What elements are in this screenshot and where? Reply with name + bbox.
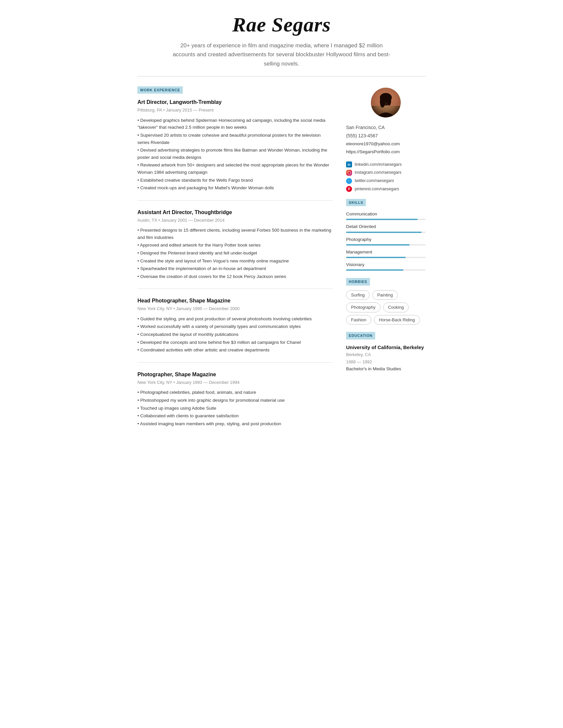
job-bullet: • Collaborated with clients to guarantee… xyxy=(137,412,333,420)
main-column: WORK EXPERIENCE Art Director, Langworth-… xyxy=(137,86,333,444)
job-bullet: • Created mock-ups and packaging for Mat… xyxy=(137,184,333,192)
job-meta: Pittsburg, PA • January 2015 — Present xyxy=(137,107,333,114)
skill-item: Communication xyxy=(346,211,426,220)
side-column: San Francisco, CA (555) 123-4567 eleonor… xyxy=(346,86,426,444)
skill-bar-background xyxy=(346,257,426,258)
job-title: Head Photographer, Shape Magazine xyxy=(137,297,333,305)
skill-item: Detail Oriented xyxy=(346,223,426,233)
hobbies-list: SurfingPaintingPhotographyCookingFashion… xyxy=(346,290,426,325)
skill-bar-background xyxy=(346,244,426,246)
job-bullet: • Touched up images using Adobe Suite xyxy=(137,405,333,412)
job-bullet: • Presented designs to 15 different clie… xyxy=(137,227,333,241)
svg-point-6 xyxy=(380,96,385,108)
job-bullet: • Reviewed artwork from 50+ designers an… xyxy=(137,161,333,176)
job-bullet: • Photographed celebrities, plated food,… xyxy=(137,389,333,396)
job-title: Assistant Art Director, Thoughtbridge xyxy=(137,208,333,216)
job-bullet: • Developed graphics behind Spiderman Ho… xyxy=(137,117,333,131)
work-experience-label: WORK EXPERIENCE xyxy=(137,86,183,94)
job-bullet: • Guided the styling, pre and post produ… xyxy=(137,315,333,323)
skill-name: Detail Oriented xyxy=(346,223,426,230)
instagram-icon: ◯ xyxy=(346,170,352,176)
social-item-pinterest: Ppinterest.com/raesegars xyxy=(346,186,426,192)
job-bullet: • Developed the concepts and tone behind… xyxy=(137,339,333,346)
linkedin-icon: in xyxy=(346,161,352,167)
job-bullet: • Approved and edited artwork for the Ha… xyxy=(137,242,333,249)
education-section: EDUCATION University of California, Berk… xyxy=(346,332,426,372)
job-meta: New York City, NY • January 1995 — Decem… xyxy=(137,305,333,312)
skill-bar-fill xyxy=(346,219,418,220)
jobs-list: Art Director, Langworth-TremblayPittsbur… xyxy=(137,98,333,436)
resume-header: Rae Segars 20+ years of experience in fi… xyxy=(137,13,426,76)
job-bullet: • Photoshopped my work into graphic desi… xyxy=(137,397,333,404)
skill-bar-background xyxy=(346,219,426,220)
job-bullet: • Supervised 20 artists to create cohesi… xyxy=(137,132,333,146)
hobby-tag: Photography xyxy=(346,302,381,312)
skills-section: SKILLS CommunicationDetail OrientedPhoto… xyxy=(346,199,426,271)
job-bullet: • Devised advertising strategies to prom… xyxy=(137,147,333,161)
education-list: University of California, BerkeleyBerkel… xyxy=(346,344,426,373)
contact-city: San Francisco, CA xyxy=(346,123,426,132)
contact-phone: (555) 123-4567 xyxy=(346,132,426,140)
job-bullets: • Photographed celebrities, plated food,… xyxy=(137,389,333,427)
job-item: Photographer, Shape MagazineNew York Cit… xyxy=(137,371,333,436)
job-bullet: • Designed the Pinterest brand identity … xyxy=(137,250,333,257)
pinterest-icon: P xyxy=(346,186,352,192)
instagram-label: instagram.com/raesegars xyxy=(355,169,401,176)
hobbies-label: HOBBIES xyxy=(346,278,370,286)
contact-website: https://SegarsPortfolio.com xyxy=(346,148,426,156)
hobby-tag: Cooking xyxy=(383,302,409,312)
job-bullet: • Assisted imaging team members with pre… xyxy=(137,420,333,428)
social-links: inlinkedin.com/in/raesegars◯instagram.co… xyxy=(346,161,426,192)
edu-degree: Bachelor's in Media Studies xyxy=(346,366,426,372)
job-title: Photographer, Shape Magazine xyxy=(137,371,333,379)
resume-page: Rae Segars 20+ years of experience in fi… xyxy=(124,0,439,464)
skill-item: Photography xyxy=(346,236,426,246)
hobby-tag: Surfing xyxy=(346,290,370,300)
social-item-instagram: ◯instagram.com/raesegars xyxy=(346,169,426,176)
header-name: Rae Segars xyxy=(137,13,426,36)
edu-location: Berkeley, CA xyxy=(346,351,426,358)
job-meta: Austin, TX • January 2001 — December 201… xyxy=(137,217,333,224)
education-item: University of California, BerkeleyBerkel… xyxy=(346,344,426,373)
skill-name: Photography xyxy=(346,236,426,243)
header-tagline: 20+ years of experience in film and maga… xyxy=(169,41,394,68)
job-title: Art Director, Langworth-Tremblay xyxy=(137,98,333,106)
hobby-tag: Painting xyxy=(372,290,398,300)
skills-label: SKILLS xyxy=(346,199,366,206)
job-bullet: • Coordinated activities with other arti… xyxy=(137,346,333,354)
hobby-tag: Horse-Back Riding xyxy=(374,315,420,325)
skill-bar-fill xyxy=(346,257,406,258)
avatar-container xyxy=(346,86,426,117)
twitter-icon: 🐦 xyxy=(346,178,352,184)
social-item-linkedin: inlinkedin.com/in/raesegars xyxy=(346,161,426,168)
social-item-twitter: 🐦twitter.com/raesegars xyxy=(346,178,426,184)
skill-item: Visionary xyxy=(346,261,426,271)
job-bullets: • Developed graphics behind Spiderman Ho… xyxy=(137,117,333,192)
job-bullets: • Presented designs to 15 different clie… xyxy=(137,227,333,280)
twitter-label: twitter.com/raesegars xyxy=(355,178,394,184)
contact-info: San Francisco, CA (555) 123-4567 eleonor… xyxy=(346,123,426,156)
skill-name: Communication xyxy=(346,211,426,217)
skill-item: Management xyxy=(346,249,426,258)
skill-bar-background xyxy=(346,269,426,271)
skill-name: Visionary xyxy=(346,261,426,268)
hobbies-section: HOBBIES SurfingPaintingPhotographyCookin… xyxy=(346,278,426,325)
job-item: Art Director, Langworth-TremblayPittsbur… xyxy=(137,98,333,200)
svg-point-7 xyxy=(387,96,391,106)
avatar xyxy=(371,88,401,117)
job-bullet: • Conceptualized the layout of monthly p… xyxy=(137,331,333,338)
education-label: EDUCATION xyxy=(346,332,375,340)
edu-school: University of California, Berkeley xyxy=(346,344,426,351)
job-bullet: • Created the style and layout of Teen V… xyxy=(137,257,333,265)
job-bullet: • Oversaw the creation of dust covers fo… xyxy=(137,273,333,280)
job-bullets: • Guided the styling, pre and post produ… xyxy=(137,315,333,354)
job-item: Head Photographer, Shape MagazineNew Yor… xyxy=(137,297,333,362)
job-meta: New York City, NY • January 1993 — Decem… xyxy=(137,379,333,386)
pinterest-label: pinterest.com/raesegars xyxy=(355,186,399,192)
contact-email: eleonore1970@yahoo.com xyxy=(346,140,426,148)
job-bullet: • Spearheaded the implementation of an i… xyxy=(137,265,333,272)
linkedin-label: linkedin.com/in/raesegars xyxy=(355,161,402,168)
hobby-tag: Fashion xyxy=(346,315,371,325)
skill-bar-fill xyxy=(346,269,403,271)
job-bullet: • Worked successfully with a variety of … xyxy=(137,323,333,330)
